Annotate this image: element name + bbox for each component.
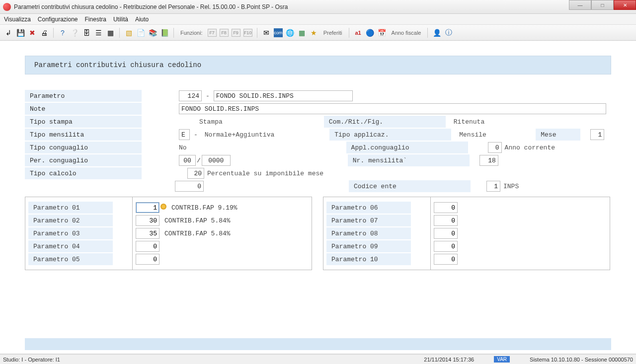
dash: - [202, 92, 214, 100]
preferiti-label[interactable]: Preferiti [321, 30, 344, 36]
book-icon[interactable]: 📚 [148, 28, 157, 37]
menu-configurazione[interactable]: Configurazione [38, 16, 78, 23]
tipo-mensilita-input[interactable] [179, 129, 190, 140]
menu-visualizza[interactable]: Visualizza [4, 16, 31, 23]
dash2: - [190, 131, 202, 139]
params-left-values: CONTRIB.FAP 9.19% CONTRIB.FAP 5.84% CONT… [132, 197, 312, 270]
info-icon[interactable]: ❔ [70, 28, 79, 37]
param07-label: Parametro 07 [326, 215, 411, 226]
param08-label: Parametro 08 [326, 227, 411, 239]
print-icon[interactable]: 🖨 [40, 28, 49, 37]
codice-ente-input[interactable] [486, 181, 500, 192]
separator [119, 28, 120, 38]
mese-input[interactable] [590, 129, 604, 140]
slash: / [196, 157, 202, 164]
param09-input[interactable] [434, 241, 458, 252]
appl-conguaglio-input[interactable] [488, 142, 502, 153]
separator [257, 28, 257, 38]
param05-input[interactable] [136, 254, 159, 265]
toolbar: ↲ 💾 ✖ 🖨 ? ❔ 🗄 ☰ ▦ ▧ 📄 📚 📗 Funzioni: F7 F… [0, 25, 636, 41]
excel-icon[interactable]: ▦ [298, 28, 307, 37]
param05-label: Parametro 05 [28, 253, 113, 265]
books2-icon[interactable]: 📗 [160, 28, 169, 37]
separator [173, 28, 174, 38]
app-icon [3, 3, 11, 11]
menu-aiuto[interactable]: Aiuto [135, 16, 149, 23]
param03-label: Parametro 03 [28, 227, 113, 239]
menu-utilita[interactable]: Utilità [113, 16, 128, 23]
save-icon[interactable]: 💾 [16, 28, 25, 37]
anno-fiscale-label[interactable]: Anno fiscale [390, 30, 423, 36]
panel-title: Parametri contributivi chiusura cedolino [25, 56, 611, 74]
separator [349, 28, 349, 38]
tipo-calcolo-input[interactable] [187, 168, 204, 179]
globe2-icon[interactable]: 🔵 [366, 28, 375, 37]
web-icon[interactable]: 🌐 [286, 28, 295, 37]
nr-mensilita-input[interactable] [479, 155, 498, 166]
param10-input[interactable] [434, 254, 458, 265]
maximize-button[interactable]: □ [591, 0, 614, 10]
param02-input[interactable] [136, 215, 159, 226]
param03-desc: CONTRIB.FAP 5.84% [161, 230, 231, 237]
nr-mensilita-label: Nr. mensilita` [348, 154, 470, 166]
titlebar: Parametri contributivi chiusura cedolino… [0, 0, 636, 14]
param06-input[interactable] [434, 202, 458, 213]
param01-input[interactable] [136, 202, 159, 213]
funzioni-label: Funzioni: [178, 30, 205, 36]
per-conguaglio-label: Per. conguaglio [25, 154, 142, 166]
codice-ente-label: Codice ente [349, 180, 471, 192]
help-icon[interactable]: ? [58, 28, 67, 37]
appl-conguaglio-desc: Anno corrente [502, 144, 558, 151]
tipo-mensilita-label: Tipo mensilita [25, 129, 142, 141]
f9-key[interactable]: F9 [232, 29, 240, 37]
param09-label: Parametro 09 [326, 240, 411, 252]
statusbar: Studio: I - Operatore: I1 21/11/2014 15:… [0, 354, 636, 364]
stack-icon[interactable]: ▧ [124, 28, 133, 37]
param08-input[interactable] [434, 228, 458, 239]
info2-icon[interactable]: ⓘ [444, 28, 453, 37]
param04-input[interactable] [136, 241, 159, 252]
menu-finestra[interactable]: Finestra [85, 16, 106, 23]
per-conguaglio-yyyy[interactable] [202, 155, 231, 166]
minimize-button[interactable]: — [569, 0, 591, 10]
param02-label: Parametro 02 [28, 215, 113, 226]
user-icon[interactable]: 👤 [432, 28, 441, 37]
parametro-input[interactable] [179, 90, 202, 101]
workspace: Parametri contributivi chiusura cedolino… [0, 41, 636, 353]
db-icon[interactable]: 🗄 [82, 28, 91, 37]
a1-icon[interactable]: a1 [354, 28, 363, 37]
f8-key[interactable]: F8 [220, 29, 229, 37]
close-button[interactable]: ✕ [614, 0, 636, 10]
note-input[interactable] [179, 103, 606, 114]
f10-key[interactable]: F10 [243, 29, 252, 37]
list-icon[interactable]: ☰ [94, 28, 103, 37]
mail-icon[interactable]: ✉ [262, 28, 271, 37]
per-conguaglio-mm[interactable] [179, 155, 196, 166]
com-icon[interactable]: com [274, 28, 283, 37]
calendar-icon[interactable]: 📅 [378, 28, 387, 37]
grid-icon[interactable]: ▦ [106, 28, 115, 37]
separator [53, 28, 54, 38]
footer-bar [25, 338, 611, 350]
doc-icon[interactable]: 📄 [136, 28, 145, 37]
exit-icon[interactable]: ↲ [4, 28, 13, 37]
window-title: Parametri contributivi chiusura cedolino… [14, 3, 288, 10]
params-left-labels: Parametro 01 Parametro 02 Parametro 03 P… [25, 197, 132, 270]
parametro-desc-input[interactable] [214, 90, 353, 101]
com-rit-fig-desc: Ritenuta [451, 118, 487, 126]
f7-key[interactable]: F7 [208, 29, 217, 37]
tipo-applicaz-desc: Mensile [456, 131, 536, 139]
param03-input[interactable] [136, 228, 159, 239]
param07-input[interactable] [434, 215, 458, 226]
param06-label: Parametro 06 [326, 202, 411, 214]
param01-desc: CONTRIB.FAP 9.19% [168, 204, 238, 212]
params-right-labels: Parametro 06 Parametro 07 Parametro 08 P… [323, 197, 430, 270]
window-controls: — □ ✕ [569, 0, 636, 10]
param02-desc: CONTRIB.FAP 5.84% [161, 217, 231, 224]
form-area: Parametro - Note Tipo stampa Stampa Com.… [25, 89, 611, 270]
tipo-calcolo-label: Tipo calcolo [25, 167, 142, 179]
param01-label: Parametro 01 [28, 202, 113, 214]
star-icon[interactable]: ★ [310, 28, 318, 37]
delete-icon[interactable]: ✖ [28, 28, 37, 37]
secondary-input[interactable] [175, 181, 204, 192]
